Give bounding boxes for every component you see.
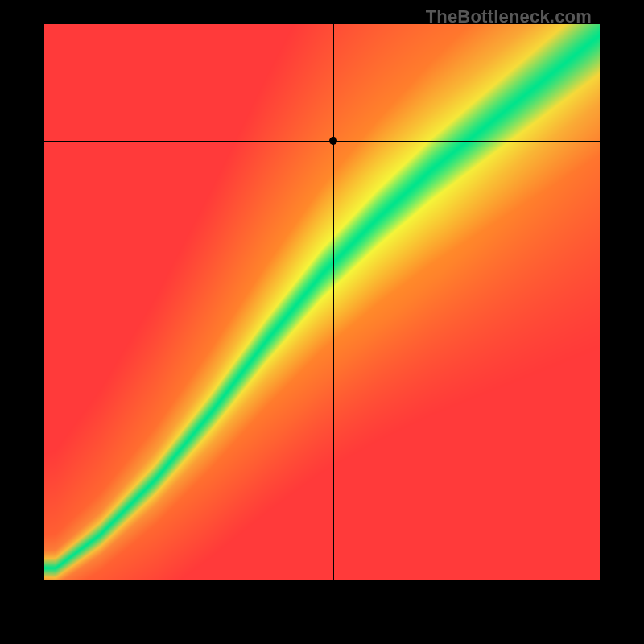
- crosshair-horizontal: [44, 141, 600, 142]
- heatmap-plot: [44, 24, 600, 580]
- crosshair-vertical: [333, 24, 334, 580]
- heatmap-canvas: [44, 24, 600, 580]
- data-point-marker: [329, 137, 337, 145]
- watermark-text: TheBottleneck.com: [426, 6, 592, 27]
